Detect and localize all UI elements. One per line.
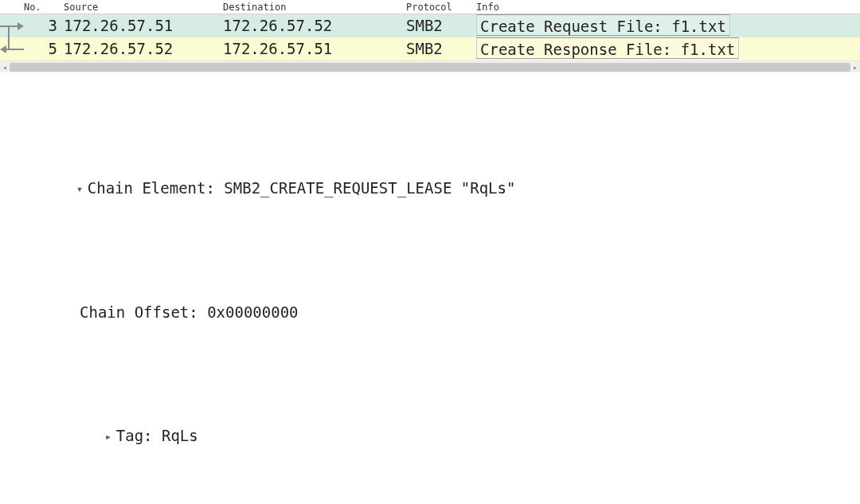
horizontal-scrollbar[interactable]: ◂ ▸	[0, 61, 860, 72]
col-header-no[interactable]: No.	[24, 2, 64, 13]
packet-info: Create Request File: f1.txt	[476, 14, 860, 38]
direction-request-icon	[0, 14, 24, 37]
svg-marker-5	[0, 45, 6, 53]
scroll-left-icon[interactable]: ◂	[0, 61, 10, 73]
tree-tag[interactable]: Tag: RqLs	[2, 399, 860, 474]
packet-protocol: SMB2	[406, 14, 476, 37]
packet-protocol: SMB2	[406, 37, 476, 61]
packet-source: 172.26.57.51	[64, 14, 223, 37]
packet-list-header: No. Source Destination Protocol Info	[0, 0, 860, 14]
packet-info: Create Response File: f1.txt	[476, 37, 860, 61]
chevron-right-icon[interactable]	[105, 424, 116, 449]
scroll-right-icon[interactable]: ▸	[850, 61, 860, 73]
chevron-down-icon[interactable]	[76, 177, 88, 201]
packet-details-tree: Chain Element: SMB2_CREATE_REQUEST_LEASE…	[0, 72, 860, 504]
packet-destination: 172.26.57.52	[223, 14, 406, 37]
packet-no: 3	[24, 14, 64, 37]
packet-list: No. Source Destination Protocol Info 3 1…	[0, 0, 860, 72]
packet-no: 5	[24, 37, 64, 61]
scrollbar-thumb[interactable]	[10, 63, 850, 72]
packet-source: 172.26.57.52	[64, 37, 223, 61]
tree-chain-offset[interactable]: Chain Offset: 0x00000000	[2, 300, 860, 325]
packet-row[interactable]: 5 172.26.57.52 172.26.57.51 SMB2 Create …	[0, 37, 860, 61]
col-header-protocol[interactable]: Protocol	[406, 2, 476, 13]
col-header-info[interactable]: Info	[476, 2, 860, 13]
col-header-destination[interactable]: Destination	[223, 2, 406, 13]
packet-row[interactable]: 3 172.26.57.51 172.26.57.52 SMB2 Create …	[0, 14, 860, 37]
col-header-source[interactable]: Source	[64, 2, 223, 13]
svg-marker-1	[18, 22, 24, 30]
direction-response-icon	[0, 37, 24, 61]
packet-destination: 172.26.57.51	[223, 37, 406, 61]
tree-chain-element[interactable]: Chain Element: SMB2_CREATE_REQUEST_LEASE…	[2, 151, 860, 226]
